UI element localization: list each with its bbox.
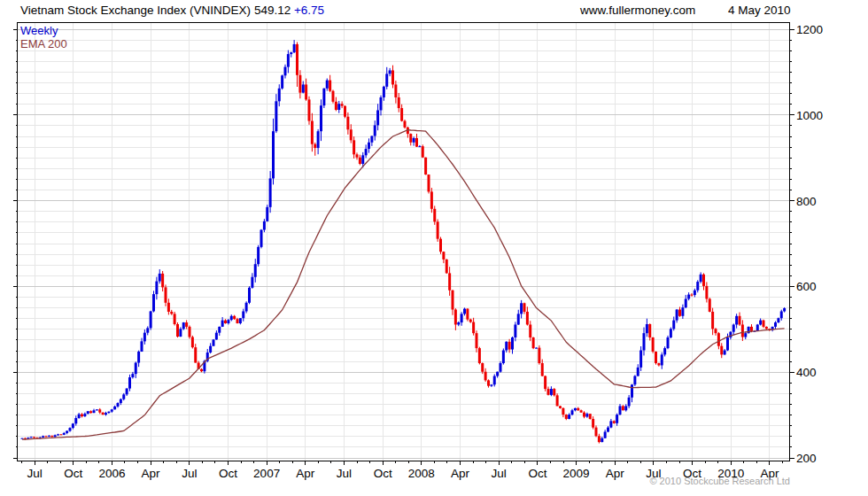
candle-body (376, 110, 379, 125)
candle-body (502, 351, 505, 364)
x-axis-label: 2006 (98, 467, 125, 480)
candle-body (272, 131, 275, 178)
candle-body (394, 84, 397, 97)
candle-body (535, 348, 538, 349)
candle-body (248, 288, 251, 303)
x-axis-label: Oct (528, 467, 546, 480)
candle-body (150, 311, 152, 328)
candle-body (263, 221, 266, 230)
y-axis-label: 600 (796, 280, 817, 293)
x-axis-label: Apr (606, 467, 625, 480)
x-axis-label: Jul (492, 467, 507, 480)
candle-body (556, 395, 559, 406)
candle-body (146, 328, 149, 332)
candle-body (648, 324, 651, 337)
candle-body (185, 322, 188, 327)
candle-body (571, 410, 574, 415)
candle-body (63, 433, 66, 435)
candle-body (78, 415, 81, 418)
y-axis-label: 200 (796, 452, 817, 465)
candle-body (74, 418, 77, 423)
candle-body (368, 143, 370, 149)
candle-body (59, 434, 62, 435)
x-axis-label: Jul (27, 467, 42, 480)
candle-body (585, 414, 588, 416)
candle-body (111, 409, 113, 411)
candle-body (661, 354, 663, 365)
candle-body (493, 376, 496, 385)
candle-body (57, 434, 59, 435)
candle-body (191, 337, 194, 348)
candle-body (329, 81, 331, 91)
x-axis-label: 2009 (563, 467, 590, 480)
candle-body (48, 436, 50, 437)
candle-body (565, 415, 568, 419)
candle-body (311, 121, 314, 144)
candle-body (275, 101, 277, 131)
candle-body (143, 333, 146, 342)
candle-body (391, 70, 394, 84)
candle-body (461, 314, 463, 322)
candle-body (484, 372, 487, 381)
candle-body (370, 136, 373, 143)
candle-body (33, 437, 35, 438)
candle-body (66, 431, 68, 433)
candle-body (437, 221, 439, 238)
candle-body (400, 108, 403, 121)
candle-body (763, 321, 765, 327)
candle-body (500, 363, 502, 372)
candle-body (696, 282, 699, 291)
candle-body (463, 309, 466, 314)
candle-body (72, 423, 74, 428)
candle-body (538, 348, 540, 363)
candle-body (709, 298, 711, 312)
candle-body (337, 104, 340, 110)
candle-body (233, 316, 236, 319)
candle-body (633, 376, 636, 385)
candle-body (385, 74, 388, 87)
chart-window: Vietnam Stock Exchange Index (VNINDEX) 5… (0, 0, 868, 496)
candle-body (215, 333, 218, 340)
candle-body (676, 310, 678, 321)
candle-body (720, 346, 723, 355)
candle-body (631, 384, 633, 398)
candle-body (780, 311, 783, 318)
candle-body (724, 351, 726, 355)
candle-body (54, 435, 57, 437)
candle-body (657, 363, 660, 365)
x-axis-label: Oct (374, 467, 392, 480)
candle-body (155, 282, 158, 295)
candle-body (544, 376, 546, 390)
candle-body (326, 81, 329, 89)
candle-body (691, 295, 694, 296)
candle-body (678, 310, 681, 316)
candle-body (45, 436, 48, 437)
candle-body (637, 368, 639, 376)
candle-body (595, 428, 598, 437)
candle-body (189, 327, 191, 337)
candle-body (422, 146, 424, 158)
candle-body (170, 312, 173, 314)
candle-body (365, 149, 368, 155)
candle-body (137, 352, 140, 363)
candle-body (383, 87, 385, 97)
candle-body (430, 191, 433, 208)
candle-body (398, 97, 400, 108)
candle-body (200, 369, 203, 371)
candle-body (296, 44, 298, 75)
candle-body (553, 389, 555, 395)
candle-body (514, 324, 516, 337)
legend-ema-label: EMA 200 (20, 37, 67, 50)
candle-body (194, 347, 197, 362)
candle-body (777, 318, 779, 322)
candle-body (628, 398, 631, 407)
candle-body (314, 144, 316, 148)
candle-body (350, 129, 353, 140)
candle-body (30, 437, 33, 438)
candle-body (466, 309, 469, 320)
candle-body (83, 414, 86, 416)
candle-body (374, 125, 376, 136)
candle-body (681, 307, 684, 316)
candle-body (221, 321, 224, 327)
candle-body (574, 408, 577, 410)
